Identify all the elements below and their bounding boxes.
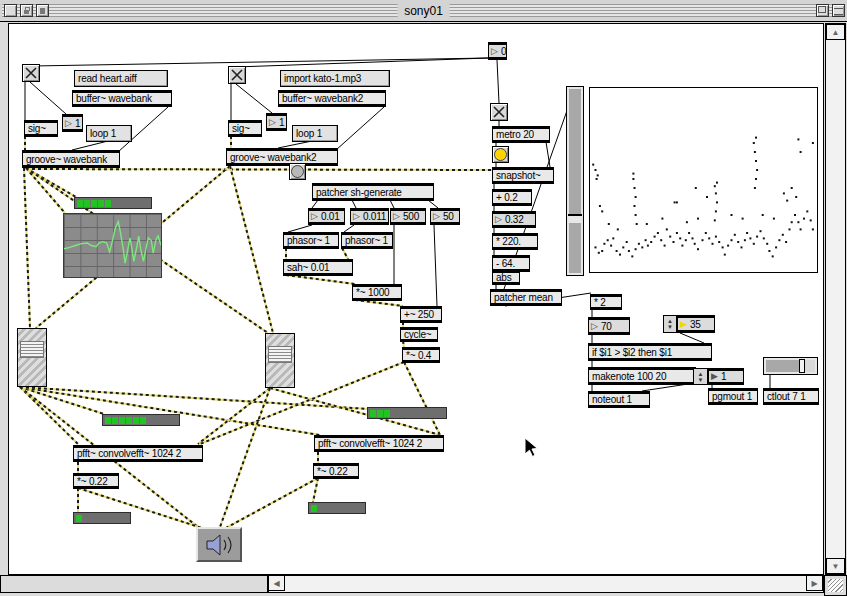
meter-segment: [98, 200, 104, 207]
box-label: - 64.: [493, 258, 515, 269]
number-box-500[interactable]: ▷500: [390, 208, 426, 225]
object-box-makenote-100-20: makenote 100 20: [588, 367, 696, 385]
number-value: 500: [400, 211, 419, 222]
gain-handle[interactable]: [20, 341, 44, 358]
box-label: + 0.2: [493, 192, 518, 203]
box-label: patcher sh-generate: [313, 187, 402, 198]
number-box-50[interactable]: ▷50: [430, 208, 460, 225]
vertical-slider[interactable]: [566, 86, 584, 276]
number-value: 0.01: [318, 211, 340, 222]
number-triangle-icon: ▷: [309, 212, 318, 221]
object-box-if-i1-i2-then-i1: if $i1 > $i2 then $i1: [588, 343, 712, 361]
number-box-0-01[interactable]: ▷0.01: [308, 208, 345, 225]
object-box-sig: sig~: [24, 120, 58, 137]
number-triangle-icon: ▶: [678, 320, 687, 329]
number-box-0-011[interactable]: ▷0.011: [350, 208, 389, 225]
box-label: *~ 0.22: [74, 476, 108, 487]
box-label: sig~: [229, 123, 250, 134]
bang-button[interactable]: [492, 146, 509, 163]
meter-segment: [126, 417, 132, 424]
scroll-right-button[interactable]: ▶: [806, 575, 823, 591]
object-box-phasor-1: phasor~ 1: [341, 232, 393, 249]
box-label: phasor~ 1: [342, 235, 388, 246]
object-box-patcher-mean: patcher mean: [490, 289, 562, 306]
box-label: import kato-1.mp3: [281, 73, 361, 84]
object-box-0-2: + 0.2: [492, 189, 532, 206]
number-box-1[interactable]: ▷1: [266, 113, 287, 131]
object-box-patcher-sh-generate: patcher sh-generate: [312, 183, 434, 201]
object-box-250: +~ 250: [400, 306, 442, 323]
scroll-up-button[interactable]: ▲: [826, 24, 845, 40]
zoom-box-button[interactable]: [816, 4, 829, 17]
number-box-70[interactable]: ▷70: [588, 317, 630, 335]
close-box-button[interactable]: [4, 4, 17, 17]
patcher-window: read heart.aiffbuffer~ wavebank▷1sig~loo…: [0, 0, 847, 596]
meter-segment: [91, 200, 97, 207]
message-box-read-heart-aiff[interactable]: read heart.aiff: [74, 70, 168, 87]
toggle-checkbox[interactable]: [22, 64, 40, 82]
object-box-0-22: *~ 0.22: [313, 463, 359, 479]
message-box-loop-1[interactable]: loop 1: [86, 125, 132, 142]
object-box-cycle: cycle~: [400, 327, 438, 342]
box-label: ctlout 7 1: [764, 391, 806, 402]
gain-slider[interactable]: [17, 328, 47, 387]
bang-button[interactable]: [289, 163, 306, 180]
number-value: 50: [440, 211, 454, 222]
incdec-stepper[interactable]: ▲▼: [663, 315, 677, 333]
message-box-loop-1[interactable]: loop 1: [292, 125, 338, 142]
slider-handle[interactable]: [799, 359, 805, 373]
meter-segment: [76, 515, 82, 522]
number-box-0[interactable]: ▷0: [488, 42, 507, 60]
mode-icon[interactable]: [36, 4, 49, 17]
gain-handle[interactable]: [268, 346, 292, 363]
meter-segment: [377, 410, 383, 417]
horizontal-scrollbar[interactable]: [268, 575, 824, 593]
toggle-checkbox[interactable]: [228, 66, 246, 84]
number-triangle-icon: ▶: [709, 372, 718, 381]
box-label: snapshot~: [493, 170, 541, 181]
grow-box[interactable]: [824, 575, 847, 596]
level-meter: [308, 502, 366, 514]
bang-circle-icon: [494, 148, 507, 161]
scroll-right-icon: ▶: [811, 579, 817, 588]
number-triangle-icon: ▷: [267, 118, 276, 127]
box-label: if $i1 > $i2 then $i1: [589, 347, 672, 358]
number-value: 70: [598, 321, 612, 332]
collapse-box-button[interactable]: [832, 4, 845, 17]
horizontal-slider[interactable]: [763, 357, 818, 375]
object-box-pfft-convolvefft-1024-2: pfft~ convolvefft~ 1024 2: [73, 445, 203, 462]
slider-track: [569, 89, 581, 273]
box-label: abs: [493, 272, 512, 283]
gain-slider[interactable]: [265, 333, 295, 388]
bottom-bar: ◀ ▶: [0, 575, 847, 596]
message-box-import-kato-1-mp3[interactable]: import kato-1.mp3: [280, 70, 390, 87]
number-value: 0: [498, 46, 506, 57]
lock-icon[interactable]: [20, 4, 33, 17]
number-box-1[interactable]: ▶1: [708, 368, 744, 385]
scroll-down-button[interactable]: ▼: [826, 558, 845, 574]
box-label: buffer~ wavebank2: [279, 93, 363, 104]
number-triangle-icon: ▷: [589, 322, 598, 331]
vertical-scrollbar[interactable]: ▲ ▼: [825, 23, 846, 575]
object-box-snapshot: snapshot~: [492, 167, 554, 184]
slider-handle[interactable]: [568, 214, 582, 223]
level-meter: [74, 197, 152, 209]
level-meter: [73, 512, 131, 524]
number-triangle-icon: ▷: [489, 47, 498, 56]
box-label: phasor~ 1: [284, 235, 330, 246]
speaker-button[interactable]: [196, 527, 242, 562]
object-box-0-22: *~ 0.22: [73, 473, 119, 489]
number-box-35[interactable]: ▶35: [677, 315, 715, 333]
meter-segment: [140, 417, 146, 424]
meter-segment: [77, 200, 83, 207]
scatter-display[interactable]: [589, 87, 818, 273]
number-box-0-32[interactable]: ▷0.32: [492, 211, 536, 228]
object-box-pfft-convolvefft-1024-2: pfft~ convolvefft~ 1024 2: [314, 435, 444, 452]
scroll-down-icon: ▼: [832, 562, 840, 571]
toggle-checkbox[interactable]: [490, 103, 508, 121]
number-box-1[interactable]: ▷1: [62, 114, 83, 132]
scroll-left-button[interactable]: ◀: [268, 575, 285, 591]
object-box-groove-wavebank: groove~ wavebank: [22, 150, 120, 168]
incdec-stepper[interactable]: ▲▼: [693, 368, 708, 385]
decrement-icon: ▼: [667, 324, 673, 330]
